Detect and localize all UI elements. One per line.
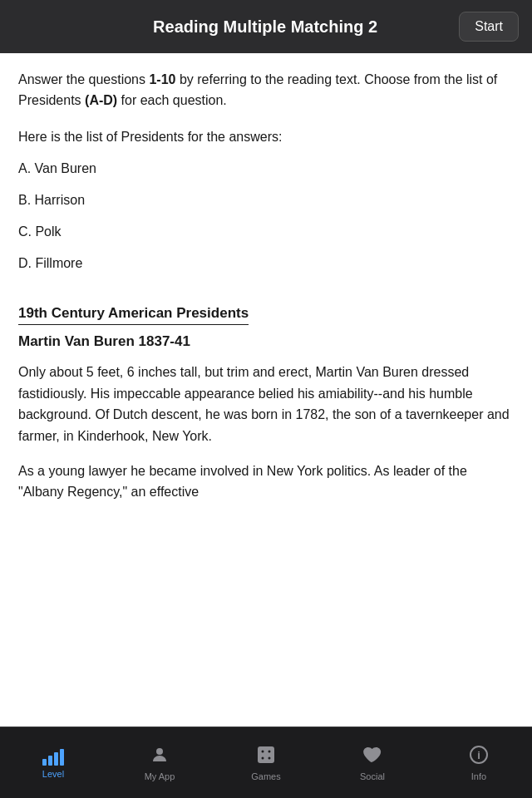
list-item: D. Fillmore (18, 254, 514, 273)
info-icon: i (469, 745, 489, 768)
svg-point-0 (156, 748, 163, 755)
start-button[interactable]: Start (459, 12, 519, 42)
list-item: C. Polk (18, 222, 514, 242)
list-item: A. Van Buren (18, 159, 514, 179)
tab-social[interactable]: Social (319, 727, 426, 798)
list-intro: Here is the list of Presidents for the a… (18, 126, 514, 148)
tab-level[interactable]: Level (0, 727, 106, 798)
tab-info-label: Info (471, 771, 486, 781)
paragraph-1: Only about 5 feet, 6 inches tall, but tr… (18, 362, 514, 446)
person-icon (150, 745, 170, 768)
subsection-title: Martin Van Buren 1837-41 (18, 333, 514, 350)
tab-info[interactable]: i Info (426, 727, 532, 798)
tab-level-label: Level (42, 769, 64, 779)
svg-point-3 (268, 750, 271, 752)
paragraph-2: As a young lawyer he became involved in … (18, 461, 514, 503)
heart-icon (362, 745, 382, 768)
tab-bar: Level My App Games (0, 727, 532, 798)
level-icon (42, 747, 64, 766)
dice-icon (256, 745, 276, 768)
list-item: B. Harrison (18, 190, 514, 210)
svg-text:i: i (477, 749, 480, 761)
section-title: 19th Century American Presidents (18, 305, 249, 325)
content-area: Answer the questions 1-10 by referring t… (0, 53, 532, 727)
tab-games[interactable]: Games (213, 727, 319, 798)
header: Reading Multiple Matching 2 Start (0, 0, 532, 53)
page-title: Reading Multiple Matching 2 (71, 17, 459, 37)
svg-rect-1 (258, 746, 274, 763)
svg-point-4 (262, 756, 264, 759)
tab-social-label: Social (360, 771, 385, 781)
section-block: 19th Century American Presidents (18, 285, 514, 333)
svg-point-5 (268, 756, 271, 759)
presidents-list: A. Van Buren B. Harrison C. Polk D. Fill… (18, 159, 514, 273)
tab-games-label: Games (251, 771, 280, 781)
svg-point-2 (262, 750, 264, 752)
instructions-text: Answer the questions 1-10 by referring t… (18, 70, 514, 111)
tab-myapp[interactable]: My App (106, 727, 213, 798)
tab-myapp-label: My App (145, 771, 175, 781)
